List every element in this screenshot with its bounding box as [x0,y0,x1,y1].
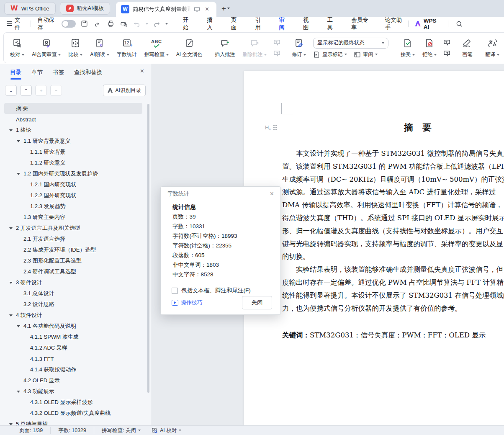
proofread-button[interactable]: 校对 [6,37,28,58]
close-button[interactable]: 关闭 [242,296,272,309]
expand-button[interactable]: ＋ [35,85,47,96]
toc-item[interactable]: 3.2 设计思路 [4,299,142,310]
toc-item[interactable]: 2 开发语言工具及相关选型 [4,223,142,234]
toc-item[interactable]: 4.3.2 OLED 显示频谱/失真度曲线 [4,408,142,419]
tab-docer-templates[interactable]: 稻壳AI模板 [60,2,110,15]
translate-button[interactable]: 翻译 [481,37,503,58]
undo-dropdown-icon[interactable] [146,23,148,25]
delete-comment-button[interactable]: 删除批注 [239,37,270,58]
spellcheck-status[interactable]: 拼写检查: 关闭 [102,427,141,434]
sidebar-tab-chapters[interactable]: 章节 [31,69,43,80]
collapse-arrow-icon[interactable] [9,282,13,284]
markup-state-select[interactable]: 显示标记的最终状态 [313,38,388,49]
sidebar-tab-find-replace[interactable]: 查找和替换 [74,69,103,80]
wps-ai-button[interactable]: WPS AI [415,18,441,30]
toc-item[interactable]: 4.3 功能展示 [4,386,142,397]
output-icon[interactable] [93,19,102,29]
word-count-indicator[interactable]: 字数: 10329 [58,427,86,434]
print-icon[interactable] [106,19,115,29]
toc-item[interactable]: 2.3 图形化配置工具选型 [4,255,142,266]
collapse-arrow-icon[interactable] [17,173,20,175]
cloud-sync-icon[interactable] [194,7,200,12]
accept-label: 接受 [401,51,411,58]
print-preview-icon[interactable] [119,19,128,29]
redo-dropdown-icon[interactable] [165,23,168,25]
toc-item[interactable]: 摘 要 [4,103,142,114]
toc-item[interactable]: 1.1.1 研究背景 [4,147,142,157]
toc-item[interactable]: 4.3.1 OLED 显示采样波形 [4,397,142,408]
collapse-arrow-icon[interactable] [9,227,13,229]
close-document-icon[interactable]: × [203,5,211,13]
toc-item[interactable]: 1.2.2 国外研究现状 [4,190,142,201]
accept-change-button[interactable]: 接受 [397,37,419,58]
toc-item[interactable]: 1.1 研究背景及意义 [4,136,142,147]
page-indicator[interactable]: 页面: 1/39 [19,427,43,434]
insert-comment-button[interactable]: 插入批注 [211,37,239,58]
ai-contract-review-button[interactable]: AI合同审查 [28,37,64,58]
toc-item[interactable]: 4.2 OLED 显示 [4,375,142,386]
toc-item[interactable]: 4 软件设计 [4,310,142,321]
toc-item[interactable]: 2.1 开发语言选择 [4,234,142,245]
redo-icon[interactable] [152,19,161,29]
sidebar-close-icon[interactable]: × [140,68,144,75]
previous-heading-button[interactable]: ⌃ [20,85,32,96]
toc-item[interactable]: 4.1.4 获取按键动作 [4,364,142,375]
word-count-button[interactable]: 12 + 字数统计 [113,37,141,58]
collapse-arrow-icon[interactable] [17,325,20,327]
sidebar-tab-bookmarks[interactable]: 书签 [53,69,64,80]
sidebar-scrollbar[interactable] [147,104,149,393]
ai-read-aloud-button[interactable]: AI朗读 [86,37,113,58]
show-markup-button[interactable]: 显示标记 [313,51,347,58]
document-body[interactable]: 本文设计并实现了一种基于 STM32G031 微控制器的简易信号失真度测 置。该… [244,147,504,342]
search-icon[interactable] [455,19,464,29]
document-page[interactable]: H₁ 摘 要 本文设计并实现了一种基于 STM32G031 微控制器的简易信号失… [244,71,504,425]
toc-item[interactable]: 2.2 集成开发环境（IDE）选型 [4,245,142,255]
ai-recognize-toc-button[interactable]: AI识别目录 [103,85,146,96]
toc-item[interactable]: 4.1.1 SPWM 波生成 [4,332,142,342]
review-pane-button[interactable]: 审阅 [354,51,378,58]
toc-item[interactable]: 1.2.3 发展趋势 [4,201,142,212]
autosave-toggle[interactable] [62,20,76,28]
toc-item[interactable]: 1.1.2 研究意义 [4,157,142,168]
track-changes-button[interactable]: 修订 [288,37,310,58]
collapse-arrow-icon[interactable] [9,314,13,317]
next-heading-button[interactable]: ⌄ [5,85,17,96]
compare-button[interactable]: 比较 [64,37,86,58]
toc-item[interactable]: 2.4 硬件调试工具选型 [4,266,142,277]
ai-proofread-status[interactable]: AI 校对 [152,427,181,434]
tips-link[interactable]: 操作技巧 [172,299,203,306]
toc-item[interactable]: Abstract [4,114,142,125]
collapse-arrow-icon[interactable] [17,391,20,393]
spell-check-button[interactable]: ABC 拼写检查 [141,37,172,58]
collapse-arrow-icon[interactable] [17,140,20,142]
ai-polish-button[interactable]: AI 全文润色 [172,37,206,58]
file-menu[interactable]: 文件 [7,16,24,31]
collapse-arrow-icon[interactable] [9,129,13,131]
next-change-icon[interactable] [442,49,451,57]
previous-change-icon[interactable] [442,39,451,46]
tab-wps-office[interactable]: W WPS Office [4,2,56,15]
toc-item[interactable]: 1.3 研究主要内容 [4,212,142,223]
ink-brush-button[interactable]: 画笔 [458,37,476,58]
toc-item[interactable]: 3.1 总体设计 [4,288,142,299]
toc-item[interactable]: 1 绪论 [4,125,142,136]
toc-item[interactable]: 3 硬件设计 [4,277,142,288]
next-comment-icon[interactable] [272,49,281,57]
toc-item[interactable]: 4.1.2 ADC 采样 [4,342,142,353]
toc-item[interactable]: 4.1.3 FFT [4,353,142,364]
checkbox-unchecked[interactable] [172,288,178,294]
previous-comment-icon[interactable] [272,39,281,46]
new-tab-button[interactable]: + [221,5,230,13]
dialog-close-icon[interactable]: × [268,190,275,198]
checkbox-label: 包括文本框、脚注和尾注(F) [181,287,251,294]
toc-item[interactable]: 5 总结与展望 [4,419,142,425]
toc-item[interactable]: 1.2 国内外研究现状及发展趋势 [4,168,142,179]
toc-item[interactable]: 4.1 各功能代码及说明 [4,321,142,332]
collapse-button[interactable]: － [50,85,62,96]
reject-change-button[interactable]: 拒绝 [419,37,440,58]
include-textboxes-checkbox-row[interactable]: 包括文本框、脚注和尾注(F) [172,287,280,294]
undo-icon[interactable] [132,19,141,29]
sidebar-tab-contents[interactable]: 目录 [10,69,21,80]
toc-item[interactable]: 1.2.1 国内研究现状 [4,179,142,190]
save-icon[interactable] [80,19,89,29]
